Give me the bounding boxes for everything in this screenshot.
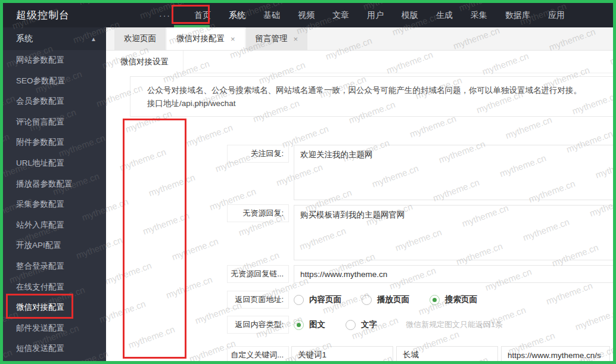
topmenu-item-home[interactable]: 首页 (185, 3, 220, 27)
label-custom-keyword-1: 自定义关键词... (227, 346, 289, 364)
app-title: 超级控制台 (16, 8, 70, 22)
keyword1-name-input[interactable] (291, 346, 393, 364)
topmenu-item-basic[interactable]: 基础 (254, 3, 289, 27)
sidebar-item-collect-params[interactable]: 采集参数配置 (3, 194, 106, 215)
keyword1-word-input[interactable] (396, 346, 498, 364)
subtab-wechat-settings[interactable]: 微信对接设置 (106, 51, 183, 73)
sidebar-item-seo-params[interactable]: SEO参数配置 (3, 71, 106, 92)
label-no-resource-link: 无资源回复链... (227, 265, 289, 283)
top-menu: 首页 系统 基础 视频 文章 用户 模版 生成 采集 数据库 应用 (185, 3, 574, 27)
sidebar-item-member-params[interactable]: 会员参数配置 (3, 91, 106, 112)
radio-label: 搜索页面 (445, 294, 477, 305)
tab-wechat-config[interactable]: 微信对接配置 × (167, 27, 245, 50)
tab-message-management[interactable]: 留言管理 × (246, 27, 308, 50)
radio-icon[interactable] (294, 320, 304, 330)
sidebar-item-wechat-config[interactable]: 微信对接配置 (3, 297, 106, 318)
sidebar-item-open-api[interactable]: 开放API配置 (3, 235, 106, 256)
topmenu-item-database[interactable]: 数据库 (496, 3, 539, 27)
collapse-arrow-icon[interactable]: ▲ (91, 36, 97, 42)
no-resource-link-input[interactable] (294, 265, 614, 283)
tab-label: 欢迎页面 (124, 33, 156, 44)
topmenu-item-user[interactable]: 用户 (358, 3, 393, 27)
sidebar-item-email-send[interactable]: 邮件发送配置 (3, 318, 106, 339)
sidebar-item-player-params[interactable]: 播放器参数配置 (3, 174, 106, 195)
sidebar: 系统 ▲ 网站参数配置 SEO参数配置 会员参数配置 评论留言配置 附件参数配置… (3, 27, 106, 361)
label-no-resource-reply: 无资源回复: (227, 204, 289, 222)
sidebar-item-attachment-params[interactable]: 附件参数配置 (3, 132, 106, 153)
main-content: 欢迎页面 微信对接配置 × 留言管理 × 微信对接设置 公众号对接域名、公众号搜… (106, 27, 613, 361)
sidebar-item-external-storage[interactable]: 站外入库配置 (3, 215, 106, 236)
topmenu-item-system[interactable]: 系统 (220, 3, 254, 27)
sidebar-item-integrated-login[interactable]: 整合登录配置 (3, 256, 106, 277)
tab-label: 微信对接配置 (176, 33, 225, 44)
sidebar-item-comment-config[interactable]: 评论留言配置 (3, 112, 106, 133)
radio-label: 播放页面 (377, 294, 409, 305)
topmenu-item-generate[interactable]: 生成 (427, 3, 462, 27)
radio-icon[interactable] (430, 295, 440, 305)
label-return-page: 返回页面地址: (227, 291, 289, 309)
more-menu-icon[interactable]: ··· (159, 11, 171, 20)
topmenu-item-article[interactable]: 文章 (323, 3, 358, 27)
topmenu-item-collect[interactable]: 采集 (462, 3, 496, 27)
topmenu-item-video[interactable]: 视频 (289, 3, 323, 27)
no-resource-reply-textarea[interactable]: 购买模板请到我的主题网官网 (294, 205, 614, 260)
radio-option-play-page[interactable]: 播放页面 (362, 294, 409, 305)
radio-option-content-page[interactable]: 内容页面 (294, 294, 341, 305)
close-icon[interactable]: × (294, 35, 298, 43)
radio-option-text[interactable]: 文字 (346, 319, 377, 330)
keyword1-url2-input[interactable] (613, 346, 616, 364)
close-icon[interactable]: × (231, 35, 235, 43)
tab-bar: 欢迎页面 微信对接配置 × 留言管理 × (106, 27, 613, 51)
notice-line2: 接口地址/api.php/wechat (130, 97, 614, 110)
follow-reply-textarea[interactable]: 欢迎关注我的主题网 (294, 145, 614, 200)
sidebar-menu: 网站参数配置 SEO参数配置 会员参数配置 评论留言配置 附件参数配置 URL地… (3, 50, 106, 359)
sidebar-item-sms-send[interactable]: 短信发送配置 (3, 338, 106, 359)
sidebar-group-system[interactable]: 系统 ▲ (3, 27, 106, 50)
return-page-radio-group: 内容页面 播放页面 搜索页面 (294, 291, 497, 309)
tab-welcome-page[interactable]: 欢迎页面 (114, 27, 166, 50)
subtab-row: 微信对接设置 (106, 51, 613, 73)
topmenu-item-app[interactable]: 应用 (539, 3, 574, 27)
return-type-hint: 微信新规定图文只能返回1条 (406, 319, 503, 330)
radio-icon[interactable] (346, 320, 356, 330)
radio-icon[interactable] (362, 295, 372, 305)
top-navbar: 超级控制台 ··· 首页 系统 基础 视频 文章 用户 模版 生成 采集 数据库… (3, 3, 613, 27)
radio-option-image-text[interactable]: 图文 (294, 319, 325, 330)
sidebar-item-url-config[interactable]: URL地址配置 (3, 153, 106, 174)
tab-label: 留言管理 (256, 33, 288, 44)
keyword1-url1-input[interactable] (501, 346, 610, 364)
topmenu-item-template[interactable]: 模版 (393, 3, 427, 27)
admin-console-window: 超级控制台 ··· 首页 系统 基础 视频 文章 用户 模版 生成 采集 数据库… (0, 0, 616, 364)
radio-option-search-page[interactable]: 搜索页面 (430, 294, 477, 305)
radio-label: 内容页面 (309, 294, 341, 305)
radio-label: 文字 (361, 319, 377, 330)
sidebar-group-label: 系统 (16, 33, 33, 44)
label-return-type: 返回内容类型: (227, 316, 289, 334)
notice-box: 公众号对接域名、公众号搜索域名、网站域名通常一致，因公众号可能产生的封域名问题，… (130, 76, 614, 117)
label-follow-reply: 关注回复: (227, 145, 289, 163)
radio-label: 图文 (309, 319, 325, 330)
notice-line1: 公众号对接域名、公众号搜索域名、网站域名通常一致，因公众号可能产生的封域名问题，… (130, 84, 614, 97)
sidebar-item-online-payment[interactable]: 在线支付配置 (3, 277, 106, 298)
sidebar-item-site-params[interactable]: 网站参数配置 (3, 50, 106, 71)
radio-icon[interactable] (294, 295, 304, 305)
return-type-radio-group: 图文 文字 微信新规定图文只能返回1条 (294, 316, 503, 334)
